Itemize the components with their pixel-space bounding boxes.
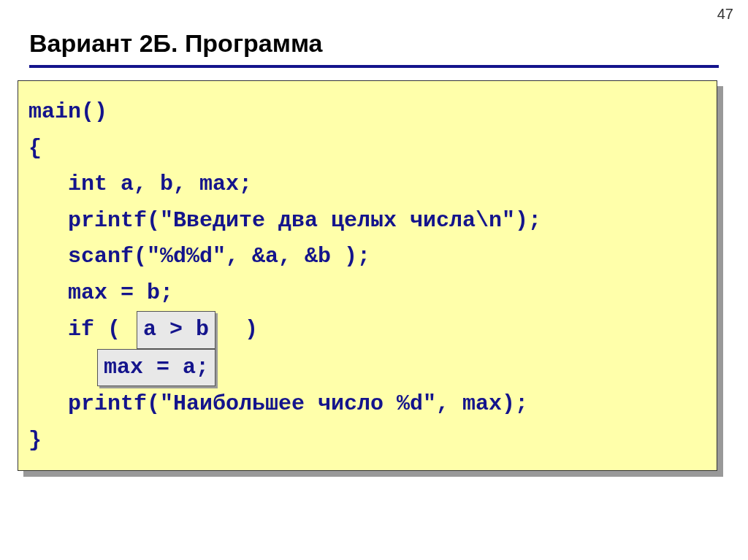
code-line-2: { [28,131,706,167]
code-line-8-pre [28,350,94,386]
code-line-9: printf("Наибольшее число %d", max); [28,386,706,423]
code-line-3: int a, b, max; [28,166,706,203]
code-line-7-pre: if ( [28,312,134,348]
code-line-7-post: ) [218,312,258,348]
code-line-8: max = a; [28,349,706,387]
slide: 47 Вариант 2Б. Программа main() { int a,… [0,0,748,560]
code-line-10: } [28,423,706,459]
page-number: 47 [717,6,733,23]
code-line-1: main() [28,94,706,131]
code-line-5: scanf("%d%d", &a, &b ); [28,239,706,275]
code-line-4: printf("Введите два целых числа\n"); [28,203,706,239]
code-line-6: max = b; [28,275,706,312]
assignment-box: max = a; [97,349,215,387]
code-box: main() { int a, b, max; printf("Введите … [18,80,717,471]
condition-box: a > b [137,311,215,349]
code-line-7: if ( a > b ) [28,311,706,349]
slide-title: Вариант 2Б. Программа [29,29,719,68]
